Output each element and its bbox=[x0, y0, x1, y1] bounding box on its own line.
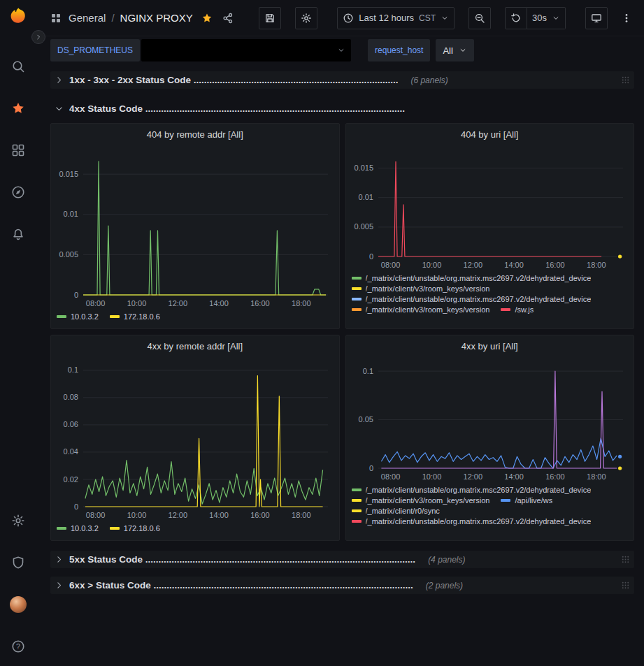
legend-item[interactable]: /_matrix/client/unstable/org.matrix.msc2… bbox=[352, 486, 592, 494]
legend-swatch bbox=[352, 499, 362, 502]
sidebar-help-button[interactable]: ? bbox=[7, 635, 29, 658]
dashboard-settings-button[interactable] bbox=[295, 7, 317, 29]
dashboard-submenu: DS_PROMETHEUS request_host All bbox=[36, 36, 644, 64]
zoom-out-icon bbox=[474, 13, 485, 24]
user-avatar bbox=[10, 596, 27, 613]
legend-item[interactable]: 10.0.3.2 bbox=[57, 312, 99, 321]
legend-swatch bbox=[352, 509, 362, 512]
time-series-chart[interactable]: 00.020.040.060.080.108:0010:0012:0014:00… bbox=[55, 356, 335, 522]
legend-item[interactable]: 10.0.3.2 bbox=[57, 524, 99, 533]
sidebar-explore-button[interactable] bbox=[7, 181, 29, 203]
sidebar-starred-button[interactable] bbox=[7, 97, 29, 120]
sidebar-search-button[interactable] bbox=[7, 55, 29, 78]
panel-title[interactable]: 4xx by uri [All] bbox=[346, 335, 634, 356]
sidebar-server-admin-button[interactable] bbox=[7, 551, 29, 574]
svg-text:16:00: 16:00 bbox=[250, 299, 270, 307]
row-4xx[interactable]: 4xx Status Code ........................… bbox=[50, 100, 634, 117]
panel-title[interactable]: 404 by remote addr [All] bbox=[51, 124, 339, 145]
favorite-star-icon[interactable] bbox=[201, 13, 213, 24]
refresh-interval-dropdown[interactable]: 30s bbox=[527, 7, 566, 29]
panel-title[interactable]: 404 by uri [All] bbox=[346, 124, 634, 145]
datasource-variable-label[interactable]: DS_PROMETHEUS bbox=[50, 39, 140, 61]
bell-icon bbox=[11, 227, 25, 241]
row-title: 5xx Status Code ........................… bbox=[69, 554, 415, 565]
row-drag-handle-icon[interactable] bbox=[621, 581, 630, 590]
svg-text:08:00: 08:00 bbox=[380, 472, 400, 481]
legend-label: 172.18.0.6 bbox=[124, 524, 160, 533]
svg-text:12:00: 12:00 bbox=[169, 511, 188, 519]
time-series-chart[interactable]: 00.0050.010.01508:0010:0012:0014:0016:00… bbox=[55, 145, 335, 310]
legend-item[interactable]: /_matrix/client/v3/room_keys/version bbox=[352, 496, 490, 505]
save-dashboard-button[interactable] bbox=[259, 7, 281, 29]
main-area: General / NGINX PROXY Last 12 hours bbox=[36, 0, 644, 666]
legend-item[interactable]: /_matrix/client/unstable/org.matrix.msc2… bbox=[352, 517, 592, 526]
panel-title[interactable]: 4xx by remote addr [All] bbox=[51, 335, 339, 356]
svg-text:18:00: 18:00 bbox=[587, 261, 606, 269]
legend-item[interactable]: 172.18.0.6 bbox=[110, 312, 160, 321]
legend-swatch bbox=[352, 308, 362, 311]
panel-legend: 10.0.3.2172.18.0.6 bbox=[51, 310, 339, 328]
time-series-chart[interactable]: 00.050.108:0010:0012:0014:0016:0018:00 bbox=[350, 356, 630, 484]
clock-icon bbox=[343, 13, 354, 24]
sidebar-profile-button[interactable] bbox=[7, 593, 29, 616]
share-icon[interactable] bbox=[222, 13, 234, 24]
top-nav: General / NGINX PROXY Last 12 hours bbox=[36, 0, 644, 36]
grafana-app: ? General / NGINX PROXY bbox=[0, 0, 644, 666]
svg-text:18:00: 18:00 bbox=[292, 511, 311, 519]
svg-text:0.01: 0.01 bbox=[64, 210, 78, 218]
legend-item[interactable]: /api/live/ws bbox=[501, 496, 552, 505]
svg-text:0.015: 0.015 bbox=[354, 164, 373, 172]
row-panel-count: (6 panels) bbox=[410, 75, 448, 85]
legend-label: 10.0.3.2 bbox=[71, 312, 99, 321]
kebab-menu-button[interactable] bbox=[619, 7, 634, 29]
svg-text:0.08: 0.08 bbox=[64, 393, 78, 401]
dashboard-canvas: 1xx - 3xx - 2xx Status Code ............… bbox=[36, 64, 644, 666]
zoom-out-button[interactable] bbox=[468, 7, 491, 29]
panel-legend: /_matrix/client/unstable/org.matrix.msc2… bbox=[346, 272, 634, 328]
grafana-logo-icon[interactable] bbox=[9, 7, 28, 26]
row-drag-handle-icon[interactable] bbox=[621, 75, 630, 85]
legend-item[interactable]: /_matrix/client/v3/room_keys/version bbox=[352, 305, 490, 314]
row-5xx[interactable]: 5xx Status Code ........................… bbox=[50, 551, 634, 568]
sidebar-alerting-button[interactable] bbox=[7, 223, 29, 245]
dashboard-title[interactable]: NGINX PROXY bbox=[120, 12, 193, 24]
search-icon bbox=[11, 59, 25, 73]
legend-swatch bbox=[57, 527, 66, 530]
legend-item[interactable]: /_matrix/client/r0/sync bbox=[352, 507, 440, 515]
legend-item[interactable]: /_matrix/client/v3/room_keys/version bbox=[352, 284, 490, 293]
legend-item[interactable]: 172.18.0.6 bbox=[110, 524, 160, 533]
row-6xx[interactable]: 6xx > Status Code ......................… bbox=[50, 577, 634, 594]
legend-swatch bbox=[57, 315, 66, 318]
legend-swatch bbox=[352, 287, 362, 290]
request-host-variable-picker[interactable]: All bbox=[436, 39, 473, 61]
chevron-down-icon bbox=[552, 14, 560, 22]
time-range-picker[interactable]: Last 12 hours CST bbox=[337, 7, 455, 29]
svg-text:0.005: 0.005 bbox=[59, 250, 78, 259]
compass-icon bbox=[11, 185, 25, 199]
sidebar-dashboards-button[interactable] bbox=[7, 139, 29, 161]
legend-item[interactable]: /sw.js bbox=[501, 305, 534, 314]
shield-icon bbox=[11, 556, 25, 570]
refresh-button[interactable] bbox=[505, 7, 527, 29]
apps-grid-icon bbox=[50, 13, 62, 24]
svg-text:12:00: 12:00 bbox=[463, 472, 482, 481]
tv-mode-button[interactable] bbox=[585, 7, 608, 29]
breadcrumb-divider: / bbox=[111, 12, 114, 24]
svg-text:0: 0 bbox=[74, 291, 78, 299]
panel-grid: 404 by remote addr [All] 00.0050.010.015… bbox=[50, 123, 634, 541]
breadcrumb-section[interactable]: General bbox=[69, 12, 106, 24]
datasource-variable-picker[interactable] bbox=[141, 39, 351, 61]
legend-item[interactable]: /_matrix/client/unstable/org.matrix.msc2… bbox=[352, 274, 592, 282]
legend-label: /_matrix/client/unstable/org.matrix.msc2… bbox=[366, 274, 592, 282]
row-1xx-3xx-2xx[interactable]: 1xx - 3xx - 2xx Status Code ............… bbox=[50, 71, 634, 89]
request-host-variable-label[interactable]: request_host bbox=[368, 39, 430, 61]
row-drag-handle-icon[interactable] bbox=[621, 555, 630, 564]
chevron-down-icon bbox=[337, 46, 345, 55]
sidebar-expand-button[interactable] bbox=[31, 30, 45, 44]
legend-swatch bbox=[352, 488, 362, 491]
time-series-chart[interactable]: 00.0050.010.01508:0010:0012:0014:0016:00… bbox=[350, 145, 630, 272]
sidebar-configuration-button[interactable] bbox=[7, 509, 29, 532]
legend-item[interactable]: /_matrix/client/unstable/org.matrix.msc2… bbox=[352, 295, 592, 303]
legend-swatch bbox=[501, 308, 510, 311]
legend-swatch bbox=[110, 527, 120, 530]
